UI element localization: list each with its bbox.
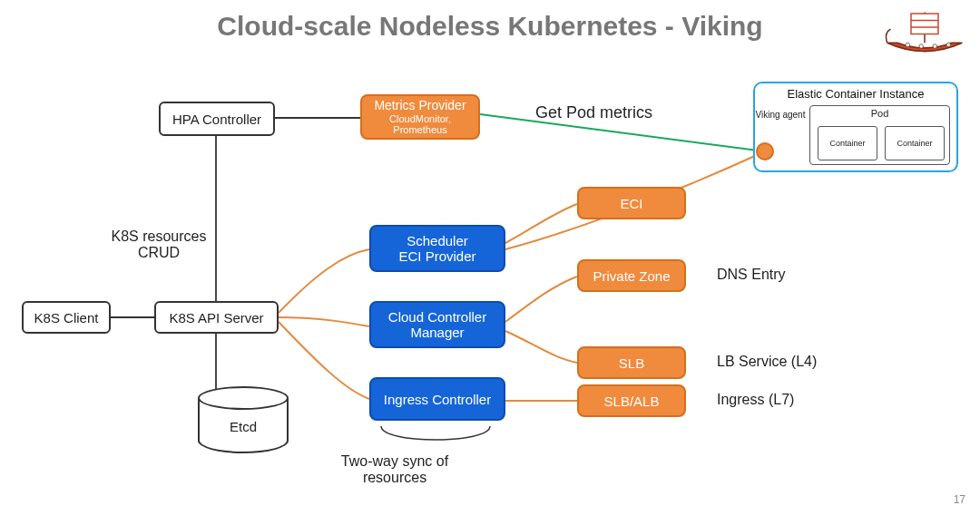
svg-point-1 <box>919 44 924 49</box>
page-number: 17 <box>954 493 965 506</box>
container-box-2: Container <box>885 126 945 160</box>
k8s-resources-crud-label: K8S resources CRUD <box>82 228 236 261</box>
etcd-label: Etcd <box>200 419 287 434</box>
hpa-controller-box: HPA Controller <box>159 102 275 136</box>
lb-service-label: LB Service (L4) <box>717 354 817 370</box>
slb-alb-box: SLB/ALB <box>577 384 686 417</box>
eci-service-box: ECI <box>577 187 686 219</box>
k8s-api-server-box: K8S API Server <box>154 301 279 334</box>
svg-point-2 <box>933 44 937 49</box>
dns-entry-label: DNS Entry <box>717 267 786 283</box>
k8s-client-box: K8S Client <box>22 301 111 334</box>
page-title: Cloud-scale Nodeless Kubernetes - Viking <box>0 11 980 42</box>
elastic-container-instance-box: Elastic Container Instance Viking agent … <box>753 82 958 172</box>
diagram-stage: Cloud-scale Nodeless Kubernetes - Viking <box>0 0 980 515</box>
private-zone-box: Private Zone <box>577 259 686 292</box>
etcd-cylinder: Etcd <box>198 399 289 453</box>
scheduler-box: Scheduler ECI Provider <box>369 225 505 272</box>
metrics-provider-box: Metrics Provider CloudMonitor, Prometheu… <box>360 94 480 140</box>
container-box-1: Container <box>818 126 877 160</box>
get-pod-metrics-label: Get Pod metrics <box>535 103 652 122</box>
metrics-provider-label: Metrics Provider <box>374 98 466 112</box>
svg-point-0 <box>906 43 910 47</box>
eci-title: Elastic Container Instance <box>755 87 956 101</box>
metrics-provider-sub: CloudMonitor, Prometheus <box>368 113 473 135</box>
two-way-sync-label: Two-way sync of resources <box>290 453 499 486</box>
viking-agent-dot-icon <box>756 142 774 160</box>
viking-agent-label: Viking agent <box>756 111 806 121</box>
slb-box: SLB <box>577 346 686 379</box>
ingress-controller-box: Ingress Controller <box>369 377 505 421</box>
pod-box: Pod Container Container <box>809 105 950 165</box>
cloud-controller-manager-box: Cloud Controller Manager <box>369 301 505 348</box>
ingress-l7-label: Ingress (L7) <box>717 392 794 408</box>
svg-point-3 <box>946 43 951 47</box>
pod-title: Pod <box>810 108 949 119</box>
